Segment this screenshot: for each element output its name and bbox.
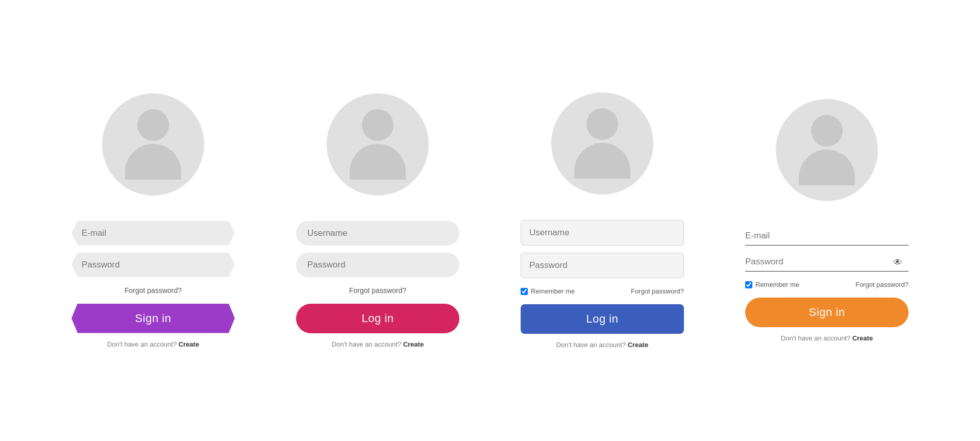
remember-forgot-row: Remember me Forgot password? <box>521 287 684 295</box>
create-account-link[interactable]: Create <box>628 341 648 349</box>
create-account-text: Don't have an account? Create <box>107 340 199 348</box>
password-group <box>71 253 235 277</box>
cards-container: Forgot password? Sign in Don't have an a… <box>0 57 980 384</box>
toggle-password-icon[interactable]: 👁 <box>889 255 906 270</box>
password-input[interactable] <box>745 253 909 272</box>
password-input[interactable] <box>521 253 684 278</box>
username-input[interactable] <box>296 221 459 246</box>
avatar-head <box>137 109 169 141</box>
avatar-4 <box>776 99 878 201</box>
avatar-3 <box>551 92 653 194</box>
password-input[interactable] <box>296 253 459 277</box>
create-account-text: Don't have an account? Create <box>332 340 424 348</box>
log-in-button[interactable]: Log in <box>296 304 459 333</box>
forgot-password-link[interactable]: Forgot password? <box>349 286 406 295</box>
create-account-text: Don't have an account? Create <box>556 341 648 349</box>
create-account-link[interactable]: Create <box>403 340 424 348</box>
avatar-body <box>574 143 630 179</box>
forgot-password-link[interactable]: Forgot password? <box>855 281 909 288</box>
username-group <box>521 220 684 246</box>
forgot-password-link[interactable]: Forgot password? <box>631 287 684 295</box>
create-account-text: Don't have an account? Create <box>781 334 873 342</box>
password-group <box>296 253 459 277</box>
avatar-head <box>811 115 843 146</box>
create-account-link[interactable]: Create <box>852 334 873 342</box>
remember-me-checkbox[interactable] <box>745 281 752 288</box>
avatar-head <box>362 109 394 141</box>
username-group <box>296 221 459 246</box>
sign-in-button[interactable]: Sign in <box>71 304 235 333</box>
sign-in-button[interactable]: Sign in <box>745 298 909 327</box>
password-input[interactable] <box>71 253 235 277</box>
password-group <box>521 253 684 278</box>
username-input[interactable] <box>521 220 684 246</box>
remember-me-label[interactable]: Remember me <box>521 287 575 295</box>
login-card-1: Forgot password? Sign in Don't have an a… <box>51 78 255 363</box>
login-card-2: Forgot password? Log in Don't have an ac… <box>276 78 480 363</box>
avatar-1 <box>102 93 204 195</box>
email-input[interactable] <box>71 221 235 246</box>
password-group: 👁 <box>745 253 909 272</box>
avatar-head <box>586 108 618 140</box>
log-in-button[interactable]: Log in <box>521 304 684 334</box>
login-card-3: Remember me Forgot password? Log in Don'… <box>500 77 704 364</box>
login-card-4: 👁 Remember me Forgot password? Sign in D… <box>725 84 929 357</box>
avatar-2 <box>327 93 429 195</box>
forgot-password-link[interactable]: Forgot password? <box>125 286 182 295</box>
email-group <box>745 227 909 246</box>
email-input[interactable] <box>745 227 909 246</box>
avatar-body <box>799 150 855 185</box>
create-account-link[interactable]: Create <box>179 340 199 348</box>
remember-forgot-row: Remember me Forgot password? <box>745 281 909 288</box>
remember-me-label[interactable]: Remember me <box>745 281 799 288</box>
email-group <box>71 221 235 246</box>
avatar-body <box>350 144 406 180</box>
remember-me-checkbox[interactable] <box>521 288 528 295</box>
avatar-body <box>125 144 181 180</box>
